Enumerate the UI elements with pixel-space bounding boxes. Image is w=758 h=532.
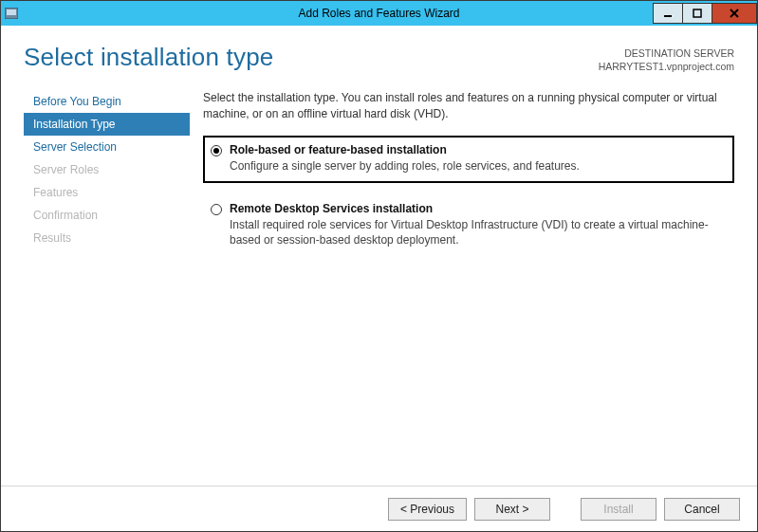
nav-confirmation: Confirmation <box>24 204 190 227</box>
destination-label: DESTINATION SERVER <box>599 46 734 60</box>
close-button[interactable] <box>712 3 757 24</box>
page-title: Select installation type <box>24 43 274 72</box>
option-text: Remote Desktop Services installation Ins… <box>230 202 725 248</box>
nav-installation-type[interactable]: Installation Type <box>24 113 190 136</box>
minimize-button[interactable] <box>653 3 683 24</box>
next-button[interactable]: Next > <box>474 498 550 521</box>
wizard-window: Add Roles and Features Wizard Select ins… <box>0 0 758 532</box>
svg-rect-3 <box>693 9 701 17</box>
previous-button[interactable]: < Previous <box>388 498 467 521</box>
installation-type-options: Role-based or feature-based installation… <box>203 136 734 258</box>
nav-server-selection[interactable]: Server Selection <box>24 136 190 158</box>
option-role-based[interactable]: Role-based or feature-based installation… <box>203 136 734 183</box>
intro-text: Select the installation type. You can in… <box>203 90 734 122</box>
window-controls <box>654 3 757 24</box>
nav-results: Results <box>24 227 190 249</box>
option-title: Remote Desktop Services installation <box>230 202 725 215</box>
nav-server-roles: Server Roles <box>24 158 190 181</box>
radio-remote-desktop[interactable] <box>211 204 222 215</box>
option-remote-desktop[interactable]: Remote Desktop Services installation Ins… <box>203 194 734 257</box>
window-title: Add Roles and Features Wizard <box>1 7 757 20</box>
cancel-button[interactable]: Cancel <box>664 498 740 521</box>
destination-value: HARRYTEST1.vpnproject.com <box>599 60 734 73</box>
option-title: Role-based or feature-based installation <box>230 143 580 156</box>
nav-features: Features <box>24 181 190 204</box>
header: Select installation type DESTINATION SER… <box>1 26 757 83</box>
maximize-button[interactable] <box>682 3 712 24</box>
app-icon <box>1 8 22 19</box>
content: Select the installation type. You can in… <box>190 83 734 486</box>
footer: < Previous Next > Install Cancel <box>1 486 757 531</box>
body: Before You Begin Installation Type Serve… <box>1 83 757 486</box>
option-description: Install required role services for Virtu… <box>230 217 725 248</box>
option-description: Configure a single server by adding role… <box>230 158 580 174</box>
wizard-nav: Before You Begin Installation Type Serve… <box>24 83 190 486</box>
radio-role-based[interactable] <box>211 145 222 156</box>
svg-rect-1 <box>7 9 16 15</box>
option-text: Role-based or feature-based installation… <box>230 143 580 174</box>
nav-before-you-begin[interactable]: Before You Begin <box>24 90 190 113</box>
install-button: Install <box>581 498 656 521</box>
destination-info: DESTINATION SERVER HARRYTEST1.vpnproject… <box>599 43 734 73</box>
titlebar: Add Roles and Features Wizard <box>1 1 757 26</box>
